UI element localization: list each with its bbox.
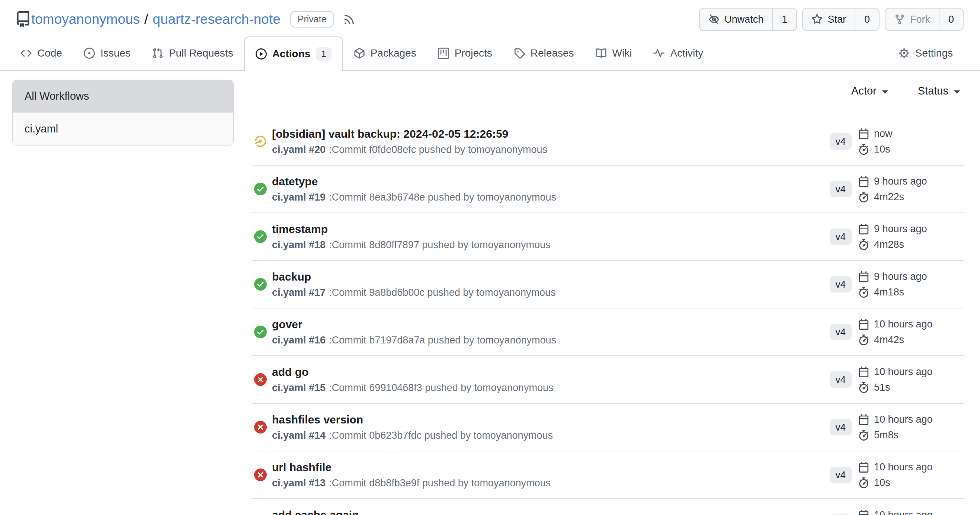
run-workflow-number: ci.yaml #14: [272, 430, 326, 441]
tab-settings[interactable]: Settings: [888, 37, 964, 70]
run-time-label: 10 hours ago: [874, 414, 933, 425]
run-commit-description: :Commit 8d80ff7897 pushed by tomoyanonym…: [329, 239, 550, 250]
run-text: timestamp ci.yaml #18:Commit 8d80ff7897 …: [272, 223, 830, 251]
workflow-run-row[interactable]: add go ci.yaml #15:Commit 69910468f3 pus…: [252, 356, 964, 404]
star-button[interactable]: Star: [803, 9, 854, 30]
breadcrumb-separator: /: [144, 11, 148, 27]
run-time-label: 9 hours ago: [874, 223, 927, 235]
actions-page: All Workflows ci.yaml Actor Status [obsi…: [0, 71, 980, 515]
run-title-link[interactable]: url hashfile: [272, 461, 830, 474]
run-title-link[interactable]: add go: [272, 366, 830, 379]
unwatch-label: Unwatch: [724, 14, 764, 25]
run-title-link[interactable]: add cache again: [272, 508, 830, 515]
workflow-run-row[interactable]: datetype ci.yaml #19:Commit 8ea3b6748e p…: [252, 165, 964, 213]
workflow-run-row[interactable]: add cache again v4 10 hours ago: [252, 499, 964, 515]
workflow-runs-panel: Actor Status [obsidian] vault backup: 20…: [252, 79, 964, 515]
calendar-icon: [858, 510, 869, 515]
tab-code[interactable]: Code: [10, 37, 73, 70]
tab-pull-requests[interactable]: Pull Requests: [142, 37, 244, 70]
fork-label: Fork: [910, 14, 930, 25]
tab-wiki[interactable]: Wiki: [585, 37, 643, 70]
run-time: 9 hours ago: [858, 176, 964, 187]
tab-issues[interactable]: Issues: [73, 37, 142, 70]
run-title-link[interactable]: backup: [272, 270, 830, 283]
workflow-run-row[interactable]: hashfiles version ci.yaml #14:Commit 0b6…: [252, 404, 964, 451]
run-duration-label: 10s: [874, 144, 890, 155]
tab-label: Projects: [455, 47, 492, 59]
runner-version-badge: v4: [830, 276, 852, 292]
run-text: gover ci.yaml #16:Commit b7197d8a7a push…: [272, 318, 830, 346]
workflow-run-row[interactable]: timestamp ci.yaml #18:Commit 8d80ff7897 …: [252, 213, 964, 261]
run-title-link[interactable]: timestamp: [272, 223, 830, 236]
issues-icon: [84, 48, 95, 59]
tab-activity[interactable]: Activity: [643, 37, 714, 70]
tab-releases[interactable]: Releases: [503, 37, 585, 70]
status-success-icon: [254, 278, 267, 291]
tab-label: Issues: [100, 47, 130, 59]
forks-count[interactable]: 0: [939, 9, 963, 30]
stopwatch-icon: [858, 144, 869, 155]
workflow-run-row[interactable]: [obsidian] vault backup: 2024-02-05 12:2…: [252, 118, 964, 165]
run-workflow-number: ci.yaml #18: [272, 239, 326, 250]
run-time: 10 hours ago: [858, 461, 964, 473]
repo-action-buttons: Unwatch 1 Star 0 Fork 0: [699, 8, 964, 31]
status-filter-label: Status: [918, 85, 948, 97]
tab-label: Code: [37, 47, 62, 59]
tab-packages[interactable]: Packages: [343, 37, 427, 70]
workflow-run-row[interactable]: backup ci.yaml #17:Commit 9a8bd6b00c pus…: [252, 261, 964, 308]
run-title-link[interactable]: hashfiles version: [272, 413, 830, 426]
run-text: url hashfile ci.yaml #13:Commit d8b8fb3e…: [272, 461, 830, 489]
run-status: [254, 278, 267, 291]
watchers-count[interactable]: 1: [772, 9, 796, 30]
run-workflow-number: ci.yaml #13: [272, 477, 326, 489]
status-success-icon: [254, 230, 267, 243]
run-title-link[interactable]: [obsidian] vault backup: 2024-02-05 12:2…: [272, 127, 830, 141]
tab-projects[interactable]: Projects: [427, 37, 503, 70]
run-meta: 10 hours ago 10s: [858, 461, 964, 489]
fork-button-group: Fork 0: [885, 8, 964, 31]
fork-button[interactable]: Fork: [886, 9, 939, 30]
tab-label: Pull Requests: [169, 47, 233, 59]
projects-icon: [438, 48, 449, 59]
runner-version-badge: v4: [830, 324, 852, 340]
status-in-progress-icon: [254, 135, 267, 148]
calendar-icon: [858, 129, 869, 139]
unwatch-button[interactable]: Unwatch: [700, 9, 772, 30]
tab-label: Packages: [371, 47, 416, 59]
repo-name-link[interactable]: quartz-research-note: [153, 11, 280, 27]
run-duration: 10s: [858, 144, 964, 155]
calendar-icon: [858, 414, 869, 425]
run-subtitle: ci.yaml #15:Commit 69910468f3 pushed by …: [272, 382, 830, 394]
workflow-run-row[interactable]: gover ci.yaml #16:Commit b7197d8a7a push…: [252, 308, 964, 356]
status-success-icon: [254, 326, 267, 338]
actor-filter-dropdown[interactable]: Actor: [851, 85, 888, 97]
runner-version-badge: v4: [830, 371, 852, 388]
run-status: [254, 326, 267, 338]
run-duration-label: 4m18s: [874, 286, 904, 298]
run-duration-label: 4m28s: [874, 239, 904, 250]
stars-count[interactable]: 0: [854, 9, 879, 30]
runner-version-badge: v4: [830, 181, 852, 197]
run-text: add go ci.yaml #15:Commit 69910468f3 pus…: [272, 366, 830, 394]
run-title-link[interactable]: datetype: [272, 175, 830, 188]
run-title-link[interactable]: gover: [272, 318, 830, 331]
run-subtitle: ci.yaml #16:Commit b7197d8a7a pushed by …: [272, 335, 830, 346]
sidebar-item-ci-yaml[interactable]: ci.yaml: [13, 112, 233, 145]
run-commit-description: :Commit b7197d8a7a pushed by tomoyanonym…: [329, 335, 556, 346]
tab-actions[interactable]: Actions 1: [244, 37, 343, 71]
releases-icon: [514, 48, 525, 59]
visibility-badge: Private: [290, 11, 334, 27]
run-time-label: 10 hours ago: [874, 366, 933, 378]
workflow-run-row[interactable]: url hashfile ci.yaml #13:Commit d8b8fb3e…: [252, 451, 964, 499]
stopwatch-icon: [858, 287, 869, 298]
run-commit-description: :Commit d8b8fb3e9f pushed by tomoyanonym…: [329, 477, 550, 489]
sidebar-item-all-workflows[interactable]: All Workflows: [13, 80, 233, 112]
repo-owner-link[interactable]: tomoyanonymous: [31, 11, 140, 27]
calendar-icon: [858, 367, 869, 377]
status-filter-dropdown[interactable]: Status: [918, 85, 960, 97]
eye-closed-icon: [708, 14, 719, 25]
run-duration-label: 5m8s: [874, 429, 899, 441]
feed-icon[interactable]: [343, 13, 355, 26]
activity-icon: [653, 48, 665, 59]
run-workflow-number: ci.yaml #16: [272, 335, 326, 346]
